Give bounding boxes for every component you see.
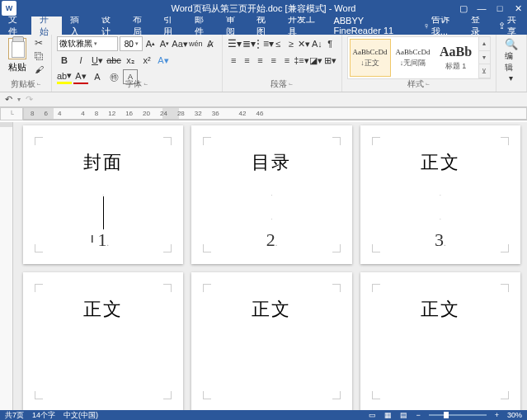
zoom-in-button[interactable]: + xyxy=(495,411,499,419)
page-heading: 正文 xyxy=(252,297,291,322)
vertical-ruler[interactable] xyxy=(0,122,13,410)
font-size-combo[interactable]: 80▾ xyxy=(120,36,143,51)
tab-layout[interactable]: 布局 xyxy=(125,17,156,35)
tab-mailings[interactable]: 邮件 xyxy=(186,17,218,35)
title-bar: W Word页码从第三页开始.doc [兼容模式] - Word ▢ — □ ✕ xyxy=(0,0,527,17)
clipboard-group-label[interactable]: 剪贴板 xyxy=(0,78,51,92)
page-heading: 正文 xyxy=(83,297,123,322)
bullets-button[interactable]: ☰▾ xyxy=(228,36,242,51)
gallery-down-icon[interactable]: ▾ xyxy=(479,51,490,65)
tab-developer[interactable]: 开发工具 xyxy=(280,17,325,35)
justify-button[interactable]: ≡ xyxy=(267,53,280,68)
clear-formatting-button[interactable]: A̷ xyxy=(205,36,217,51)
tab-home[interactable]: 开始 xyxy=(31,17,63,35)
cut-button[interactable] xyxy=(31,36,46,50)
style-no-spacing[interactable]: AaBbCcDd ↓无间隔 xyxy=(393,39,434,77)
page-heading: 封面 xyxy=(83,150,123,175)
paste-icon xyxy=(8,38,26,59)
minimize-button[interactable]: — xyxy=(473,0,491,17)
italic-button[interactable]: I xyxy=(73,53,88,68)
copy-button[interactable] xyxy=(31,50,46,63)
font-name-combo[interactable]: 微软雅黑▾ xyxy=(57,36,118,51)
group-paragraph: ☰▾ ≣▾ ⋮≡▾ ≤ ≥ ✕▾ A↓ ¶ ≡ ≡ ≡ ≡ ≡ ‡≡▾ ◪▾ ⊞… xyxy=(223,35,342,92)
style-normal[interactable]: AaBbCcDd ↓正文 xyxy=(350,39,391,77)
font-group-label[interactable]: 字体 xyxy=(52,78,222,92)
ibeam-cursor-icon: I xyxy=(91,233,94,245)
page-thumb[interactable]: 正文 xyxy=(23,272,183,410)
align-center-button[interactable]: ≡ xyxy=(241,53,253,68)
format-painter-button[interactable] xyxy=(31,63,46,76)
page-thumb[interactable]: 正文 ·· 3. xyxy=(360,125,520,264)
gallery-more-icon[interactable]: ⊻ xyxy=(479,64,490,78)
style-heading1[interactable]: AaBb 标题 1 xyxy=(435,39,477,77)
page-heading: 正文 xyxy=(421,150,460,175)
multilevel-list-button[interactable]: ⋮≡▾ xyxy=(256,36,271,51)
undo-button[interactable]: ↶ xyxy=(5,94,12,105)
page-thumb[interactable]: 正文 xyxy=(191,272,351,410)
paste-button[interactable]: 粘贴 xyxy=(5,36,30,76)
gallery-up-icon[interactable]: ▴ xyxy=(479,37,490,51)
tab-insert[interactable]: 插入 xyxy=(62,17,93,35)
editing-dropdown[interactable]: 编辑 ▾ xyxy=(501,36,521,84)
decrease-indent-button[interactable]: ≤ xyxy=(272,36,285,51)
group-font: 微软雅黑▾ 80▾ A▴ A▾ Aa▾ wén A̷ B I U▾ abc x₂… xyxy=(52,35,223,92)
shading-button[interactable]: ◪▾ xyxy=(309,53,322,68)
bold-button[interactable]: B xyxy=(57,53,72,68)
tab-review[interactable]: 审阅 xyxy=(218,17,249,35)
line-spacing-button[interactable]: ‡≡▾ xyxy=(294,53,308,68)
tab-design[interactable]: 设计 xyxy=(93,17,125,35)
show-hide-button[interactable]: ¶ xyxy=(324,36,336,51)
shrink-font-button[interactable]: A▾ xyxy=(158,36,171,51)
align-left-button[interactable]: ≡ xyxy=(228,53,240,68)
tab-references[interactable]: 引用 xyxy=(155,17,186,35)
styles-group-label[interactable]: 样式 xyxy=(342,78,496,92)
align-right-button[interactable]: ≡ xyxy=(254,53,266,68)
zoom-slider[interactable] xyxy=(429,414,487,416)
zoom-level[interactable]: 30% xyxy=(507,411,522,419)
word-app-icon: W xyxy=(2,1,16,16)
paragraph-group-label[interactable]: 段落 xyxy=(223,78,341,92)
subscript-button[interactable]: x₂ xyxy=(123,53,138,68)
superscript-button[interactable]: x² xyxy=(139,53,154,68)
view-web-icon[interactable]: ▤ xyxy=(400,411,407,419)
view-read-icon[interactable]: ▭ xyxy=(369,411,376,419)
page-number: 1. xyxy=(97,229,109,251)
change-case-button[interactable]: Aa▾ xyxy=(172,36,187,51)
view-print-icon[interactable]: ▦ xyxy=(384,411,392,419)
phonetic-guide-button[interactable]: wén xyxy=(189,36,203,51)
tab-file[interactable]: 文件 xyxy=(0,17,31,35)
underline-button[interactable]: U▾ xyxy=(90,53,105,68)
group-clipboard: 粘贴 剪贴板 xyxy=(0,35,52,92)
share-button[interactable]: ⇪共享 xyxy=(492,17,527,35)
ribbon-tabs: 文件 开始 插入 设计 布局 引用 邮件 审阅 视图 开发工具 ABBYY Fi… xyxy=(0,17,527,35)
strikethrough-button[interactable]: abc xyxy=(106,53,121,68)
signin[interactable]: 登录 xyxy=(464,17,492,35)
tab-abbyy[interactable]: ABBYY FineReader 11 xyxy=(325,17,416,35)
tab-view[interactable]: 视图 xyxy=(248,17,280,35)
borders-button[interactable]: ⊞▾ xyxy=(323,53,336,68)
page-thumb[interactable]: 目录 ·· 2. xyxy=(191,125,351,264)
asian-layout-button[interactable]: ✕▾ xyxy=(298,36,310,51)
page-thumb[interactable]: 封面 · I 1. xyxy=(23,125,183,264)
grow-font-button[interactable]: A▴ xyxy=(144,36,157,51)
text-cursor xyxy=(103,196,104,229)
document-workspace: 封面 · I 1. 目录 ·· 2. 正文 ·· 3. 正文 正文 正文 xyxy=(0,122,527,410)
undo-dropdown[interactable]: ▾ xyxy=(17,96,21,103)
status-words[interactable]: 14个字 xyxy=(32,410,55,421)
maximize-button[interactable]: □ xyxy=(491,0,509,17)
ruler-corner[interactable]: └ xyxy=(0,107,23,120)
redo-button[interactable]: ↷ xyxy=(26,94,33,105)
increase-indent-button[interactable]: ≥ xyxy=(285,36,297,51)
group-styles: AaBbCcDd ↓正文 AaBbCcDd ↓无间隔 AaBb 标题 1 ▴ ▾… xyxy=(342,35,496,92)
status-page[interactable]: 共7页 xyxy=(5,410,24,421)
sort-button[interactable]: A↓ xyxy=(311,36,323,51)
close-button[interactable]: ✕ xyxy=(509,0,527,17)
distribute-button[interactable]: ≡ xyxy=(280,53,293,68)
text-effects-button[interactable]: A▾ xyxy=(156,53,171,68)
zoom-out-button[interactable]: − xyxy=(416,411,420,419)
page-thumb[interactable]: 正文 xyxy=(360,272,520,410)
status-language[interactable]: 中文(中国) xyxy=(64,410,98,421)
ribbon-display-options-icon[interactable]: ▢ xyxy=(454,0,473,17)
horizontal-ruler[interactable]: 86448121620242832364246 xyxy=(23,107,527,120)
tell-me[interactable]: ♀告诉我... xyxy=(416,17,464,35)
